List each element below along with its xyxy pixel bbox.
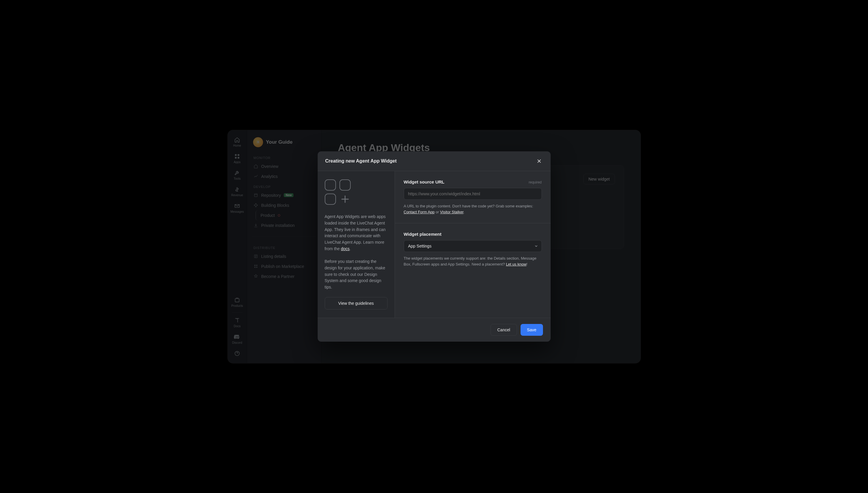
modal-overlay[interactable]: Creating new Agent App Widget Ag [228, 130, 641, 363]
contact-form-link[interactable]: Contact Form App [404, 210, 435, 214]
url-label: Widget source URL [404, 179, 444, 185]
modal-title: Creating new Agent App Widget [325, 158, 397, 164]
visitor-stalker-link[interactable]: Visitor Stalker [440, 210, 463, 214]
modal-form: Widget source URL required A URL to the … [395, 171, 551, 318]
modal-side-desc-2: Before you start creating the design for… [325, 258, 387, 290]
close-button[interactable] [535, 157, 543, 165]
modal-header: Creating new Agent App Widget [318, 151, 551, 171]
cancel-button[interactable]: Cancel [490, 324, 517, 336]
placement-label: Widget placement [404, 232, 442, 237]
modal-side-panel: Agent App Widgets are web apps loaded in… [318, 171, 395, 318]
let-us-know-link[interactable]: Let us know [506, 262, 526, 266]
widget-url-input[interactable] [404, 188, 542, 200]
modal-side-desc-1: Agent App Widgets are web apps loaded in… [325, 214, 387, 252]
widget-grid-icon [325, 179, 387, 205]
placement-section: Widget placement App Settings The widget… [395, 223, 551, 275]
modal-footer: Cancel Save [318, 318, 551, 342]
view-guidelines-button[interactable]: View the guidelines [325, 297, 387, 309]
placement-help-text: The widget placements we currently suppo… [404, 256, 542, 267]
close-icon [537, 159, 541, 164]
create-widget-modal: Creating new Agent App Widget Ag [318, 151, 551, 342]
save-button[interactable]: Save [520, 324, 543, 336]
url-help-text: A URL to the plugin content. Don't have … [404, 203, 542, 215]
docs-link[interactable]: docs [341, 246, 350, 251]
app-window: Home Apps Tools Revenue Messages Product… [228, 130, 641, 363]
required-label: required [529, 180, 541, 185]
placement-select[interactable]: App Settings [404, 240, 542, 252]
url-section: Widget source URL required A URL to the … [395, 171, 551, 223]
